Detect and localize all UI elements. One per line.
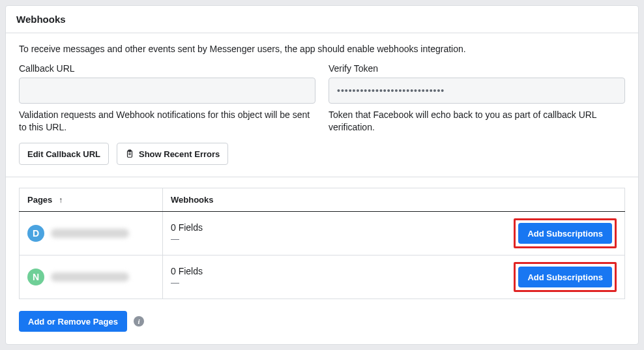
highlight-annotation: Add Subscriptions xyxy=(514,218,617,248)
info-icon[interactable]: i xyxy=(134,316,144,327)
sort-asc-icon: ↑ xyxy=(59,196,63,205)
field-row: Callback URL Validation requests and Web… xyxy=(19,63,625,134)
webhook-cell: 0 Fields — Add Subscriptions xyxy=(171,218,617,248)
webhook-fields-count: 0 Fields xyxy=(171,222,203,233)
add-subscriptions-button[interactable]: Add Subscriptions xyxy=(518,267,612,287)
callback-help: Validation requests and Webhook notifica… xyxy=(19,109,315,134)
add-subscriptions-label: Add Subscriptions xyxy=(527,272,603,282)
add-subscriptions-button[interactable]: Add Subscriptions xyxy=(518,223,612,244)
webhook-info: 0 Fields — xyxy=(171,222,203,244)
callback-label: Callback URL xyxy=(19,63,315,74)
table-row: N 0 Fields — Add Subscrip xyxy=(20,255,625,299)
card-body: To receive messages and other events sen… xyxy=(6,33,638,177)
webhook-info: 0 Fields — xyxy=(171,265,203,288)
col-pages-header[interactable]: Pages ↑ xyxy=(20,188,163,212)
page-cell[interactable]: D xyxy=(27,225,154,242)
col-webhooks-label: Webhooks xyxy=(171,195,214,205)
page-cell[interactable]: N xyxy=(27,269,154,285)
verify-token-input[interactable] xyxy=(329,78,625,104)
card-title: Webhooks xyxy=(16,14,66,25)
show-errors-button[interactable]: Show Recent Errors xyxy=(117,143,228,165)
webhook-details: — xyxy=(171,278,203,289)
footer-row: Add or Remove Pages i xyxy=(6,304,638,345)
edit-callback-label: Edit Callback URL xyxy=(27,149,100,159)
table-row: D 0 Fields — Add Subscrip xyxy=(20,212,625,255)
webhook-details: — xyxy=(171,234,203,245)
page-name-redacted xyxy=(51,272,129,282)
add-subscriptions-label: Add Subscriptions xyxy=(527,229,603,239)
token-help: Token that Facebook will echo back to yo… xyxy=(329,109,625,134)
highlight-annotation: Add Subscriptions xyxy=(514,262,617,292)
description-text: To receive messages and other events sen… xyxy=(19,44,625,54)
page-avatar: D xyxy=(27,225,44,242)
callback-url-input[interactable] xyxy=(19,78,315,104)
add-remove-pages-label: Add or Remove Pages xyxy=(28,317,118,327)
webhooks-card: Webhooks To receive messages and other e… xyxy=(5,5,639,345)
add-remove-pages-button[interactable]: Add or Remove Pages xyxy=(19,311,127,332)
webhook-cell: 0 Fields — Add Subscriptions xyxy=(171,262,617,292)
callback-field-col: Callback URL Validation requests and Web… xyxy=(19,63,315,134)
col-pages-label: Pages xyxy=(27,195,52,205)
pages-table: Pages ↑ Webhooks D xyxy=(19,188,625,299)
webhook-fields-count: 0 Fields xyxy=(171,265,203,277)
clipboard-icon xyxy=(125,149,134,158)
page-name-redacted xyxy=(51,229,129,238)
edit-callback-button[interactable]: Edit Callback URL xyxy=(19,143,109,165)
table-wrap: Pages ↑ Webhooks D xyxy=(6,177,638,304)
token-label: Verify Token xyxy=(329,63,625,74)
card-header: Webhooks xyxy=(6,6,638,33)
page-avatar: N xyxy=(27,269,44,285)
col-webhooks-header: Webhooks xyxy=(163,188,625,212)
show-errors-label: Show Recent Errors xyxy=(139,149,220,159)
button-row: Edit Callback URL Show Recent Errors xyxy=(19,143,625,165)
token-field-col: Verify Token Token that Facebook will ec… xyxy=(329,63,625,134)
